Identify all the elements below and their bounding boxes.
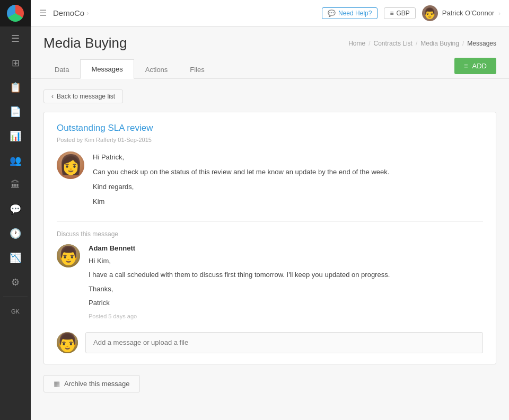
topbar-right: 💬 Need Help? ≡ GBP 👨 Patrick O'Connor › <box>322 5 501 21</box>
chat-icon: 💬 <box>328 10 336 17</box>
currency-label: GBP <box>396 10 409 17</box>
main-content: ☰ DemoCo › 💬 Need Help? ≡ GBP 👨 Patrick … <box>31 0 509 420</box>
add-label: ADD <box>472 62 487 70</box>
breadcrumb-sep-1: / <box>368 40 370 47</box>
topbar-brand[interactable]: DemoCo › <box>53 8 89 17</box>
topbar-menu-icon[interactable]: ☰ <box>39 8 47 18</box>
topbar-brand-arrow: › <box>86 10 89 17</box>
sidebar-item-analytics[interactable]: 📉 <box>0 246 31 270</box>
compose-avatar <box>57 332 78 353</box>
sidebar-item-reports[interactable]: 📊 <box>0 124 31 148</box>
sidebar-item-settings[interactable]: ⚙ <box>0 270 31 294</box>
message-line-3: Kind regards, <box>93 181 483 193</box>
tab-actions[interactable]: Actions <box>134 60 179 79</box>
page-header: Media Buying Home / Contracts List / Med… <box>31 26 509 79</box>
compose-input[interactable] <box>85 332 483 353</box>
topbar-user-arrow: › <box>498 10 501 16</box>
sidebar-item-documents[interactable]: 📄 <box>0 100 31 124</box>
list-icon: ≡ <box>390 10 393 17</box>
add-button[interactable]: ≡ ADD <box>454 58 496 74</box>
topbar-user-menu[interactable]: 👨 Patrick O'Connor › <box>422 5 501 21</box>
reply-block: Adam Bennett Hi Kim, I have a call sched… <box>57 244 483 319</box>
back-to-list-button[interactable]: ‹ Back to message list <box>43 90 123 103</box>
sidebar-item-clock[interactable]: 🕐 <box>0 221 31 246</box>
reply-line-4: Patrick <box>89 297 483 309</box>
reply-avatar-image <box>57 244 80 267</box>
sidebar-item-contracts[interactable]: 📋 <box>0 75 31 100</box>
reply-author-avatar <box>57 244 80 267</box>
back-label: Back to message list <box>57 93 115 100</box>
sidebar-item-gk[interactable]: GK <box>0 299 31 324</box>
sidebar-item-dashboard[interactable]: ⊞ <box>0 51 31 75</box>
compose-row <box>57 328 483 353</box>
archive-icon: ▦ <box>54 380 60 388</box>
breadcrumb-sep-2: / <box>416 40 417 47</box>
topbar-username: Patrick O'Connor <box>442 9 495 17</box>
reply-author-name: Adam Bennett <box>89 244 483 252</box>
breadcrumb-current: Messages <box>467 40 496 47</box>
original-message: Hi Patrick, Can you check up on the stat… <box>57 151 483 222</box>
sidebar-logo <box>0 0 31 26</box>
message-subject: Outstanding SLA review <box>57 123 483 133</box>
sidebar-divider <box>3 297 28 297</box>
sidebar-item-menu[interactable]: ☰ <box>0 26 31 51</box>
breadcrumb-home[interactable]: Home <box>348 40 365 47</box>
topbar: ☰ DemoCo › 💬 Need Help? ≡ GBP 👨 Patrick … <box>31 0 509 26</box>
sender-avatar <box>57 151 84 179</box>
sender-avatar-image <box>57 151 84 179</box>
message-meta: Posted by Kim Rafferty 01-Sep-2015 <box>57 137 483 143</box>
breadcrumb-sep-3: / <box>462 40 464 47</box>
message-body-content: Hi Patrick, Can you check up on the stat… <box>93 151 483 211</box>
breadcrumb-contracts[interactable]: Contracts List <box>374 40 413 47</box>
page-title-row: Media Buying Home / Contracts List / Med… <box>43 35 496 51</box>
topbar-brand-name: DemoCo <box>53 8 84 17</box>
reply-timestamp: Posted 5 days ago <box>89 313 483 319</box>
sidebar-item-messages[interactable]: 💬 <box>0 197 31 221</box>
topbar-help-button[interactable]: 💬 Need Help? <box>322 7 378 19</box>
tab-files[interactable]: Files <box>179 60 215 79</box>
help-label: Need Help? <box>338 10 372 17</box>
app-logo-icon <box>7 5 24 22</box>
sidebar-item-users[interactable]: 👥 <box>0 148 31 173</box>
archive-button[interactable]: ▦ Archive this message <box>43 375 140 392</box>
avatar: 👨 <box>422 5 438 21</box>
sidebar-item-buildings[interactable]: 🏛 <box>0 173 31 197</box>
page-body: ‹ Back to message list Outstanding SLA r… <box>31 79 509 420</box>
tab-data[interactable]: Data <box>43 60 80 79</box>
breadcrumb: Home / Contracts List / Media Buying / M… <box>348 40 496 47</box>
archive-label: Archive this message <box>64 380 130 388</box>
reply-content: Adam Bennett Hi Kim, I have a call sched… <box>89 244 483 319</box>
breadcrumb-media-buying[interactable]: Media Buying <box>420 40 459 47</box>
discuss-label: Discuss this message <box>57 230 483 238</box>
reply-line-2: I have a call scheduled with them to dis… <box>89 269 483 281</box>
message-line-4: Kim <box>93 196 483 208</box>
message-card: Outstanding SLA review Posted by Kim Raf… <box>43 112 496 364</box>
page-title: Media Buying <box>43 35 127 51</box>
compose-avatar-image <box>57 332 78 353</box>
tabs: Data Messages Actions Files <box>43 59 216 78</box>
reply-line-1: Hi Kim, <box>89 255 483 267</box>
tab-messages[interactable]: Messages <box>80 59 134 79</box>
add-list-icon: ≡ <box>464 62 468 70</box>
back-arrow-icon: ‹ <box>51 93 54 100</box>
sidebar: ☰ ⊞ 📋 📄 📊 👥 🏛 💬 🕐 📉 ⚙ GK <box>0 0 31 420</box>
message-line-2: Can you check up on the status of this r… <box>93 166 483 178</box>
reply-line-3: Thanks, <box>89 283 483 295</box>
topbar-currency-button[interactable]: ≡ GBP <box>384 7 415 19</box>
message-line-1: Hi Patrick, <box>93 151 483 163</box>
